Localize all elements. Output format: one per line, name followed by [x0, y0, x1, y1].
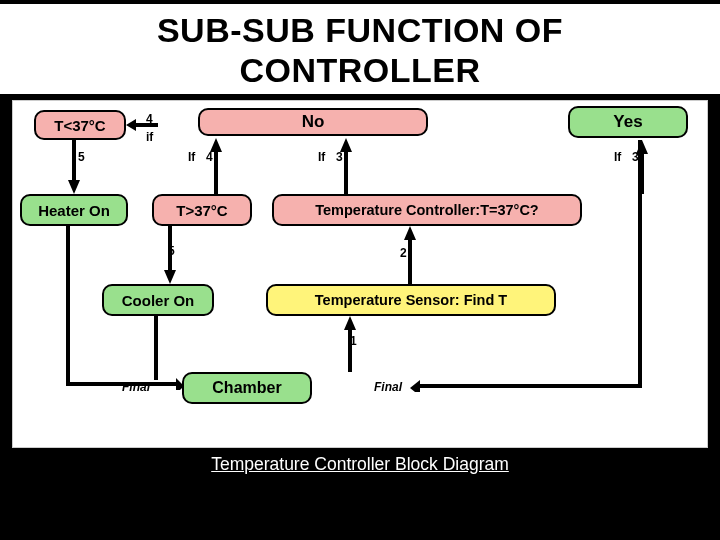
- title-line-1: SUB-SUB FUNCTION OF: [157, 11, 563, 49]
- title-line-2: CONTROLLER: [239, 51, 480, 89]
- box-t-high: T>37°C: [152, 194, 252, 226]
- slide-title: SUB-SUB FUNCTION OF CONTROLLER: [0, 4, 720, 94]
- box-no: No: [198, 108, 428, 136]
- arrow-heater-final: [64, 226, 184, 390]
- arrow-if-to-tlow: [126, 117, 158, 133]
- arrow-tlow-down-heater: [66, 140, 82, 194]
- slide: SUB-SUB FUNCTION OF CONTROLLER T<37°C No…: [0, 0, 720, 540]
- box-t-low: T<37°C: [34, 110, 126, 140]
- arrow-thigh-up-no: [208, 138, 224, 194]
- label-if-b: If: [188, 150, 195, 164]
- box-heater: Heater On: [20, 194, 128, 226]
- svg-rect-0: [154, 316, 158, 380]
- arrow-yes-final: [312, 140, 652, 392]
- caption: Temperature Controller Block Diagram: [0, 454, 720, 475]
- box-yes: Yes: [568, 106, 688, 138]
- block-diagram: T<37°C No Yes Heater On T>37°C Temperatu…: [12, 100, 708, 448]
- box-chamber: Chamber: [182, 372, 312, 404]
- arrow-cooler-final: [152, 316, 160, 380]
